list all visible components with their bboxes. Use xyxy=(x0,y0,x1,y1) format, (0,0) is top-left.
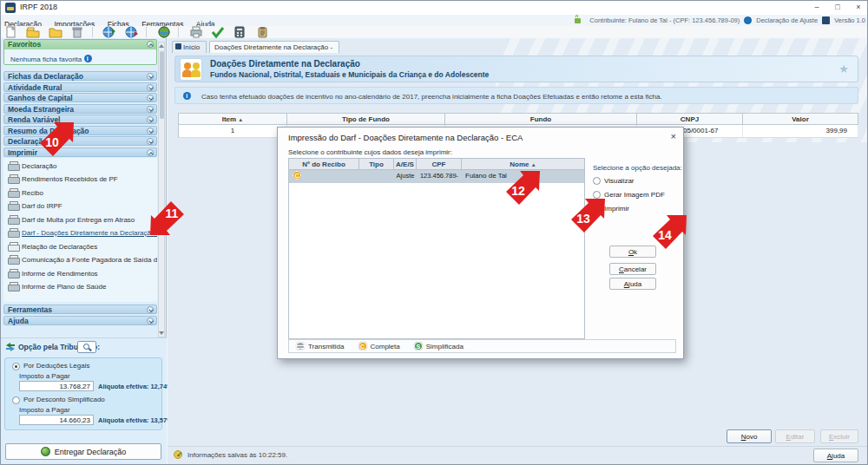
tab-inicio[interactable]: Início xyxy=(172,41,207,53)
novo-button[interactable]: Novo xyxy=(727,429,772,443)
column-header-recibo[interactable]: Nº do Recibo xyxy=(288,158,359,170)
sidebar-section-resumo[interactable]: Resumo da Declaração xyxy=(3,126,157,135)
sidebar-item-darf-doacoes-eca[interactable]: Darf - Doações Diretamente na Declaração… xyxy=(3,227,157,239)
session-status: Contribuinte: Fulano de Tal - (CPF: 123.… xyxy=(575,15,865,26)
aliquota-deducoes: Alíquota efetiva: 12,74% xyxy=(98,383,173,390)
chevron-down-icon[interactable] xyxy=(147,306,154,313)
home-icon xyxy=(175,43,181,49)
sidebar-item-darf-multa[interactable]: Darf de Multa por Entrega em Atraso xyxy=(3,214,157,226)
legend-label: Simplificada xyxy=(426,343,464,350)
sidebar-section-renda-variavel[interactable]: Renda Variável xyxy=(3,115,157,124)
sidebar-item-informe-plano-saude[interactable]: Informe de Plano de Saúde xyxy=(3,281,157,292)
sidebar-section-declaracao[interactable]: Declaração xyxy=(3,136,157,146)
cell-tipo xyxy=(359,170,394,183)
radio-deducoes-legais[interactable] xyxy=(12,363,20,370)
app-icon-detail xyxy=(7,7,14,10)
chevron-down-icon[interactable] xyxy=(147,73,154,80)
column-header-cnpj[interactable]: CNPJ xyxy=(637,113,743,125)
tab-doacoes-eca[interactable]: Doações Diretamente na Declaração - ECA … xyxy=(209,41,339,53)
calculator-icon[interactable] xyxy=(233,26,247,38)
favorite-star-icon[interactable]: ★ xyxy=(838,62,849,75)
column-header-aes[interactable]: A/E/S xyxy=(394,158,417,170)
contributor-row[interactable]: C Ajuste 123.456.789-09 Fulano de Tal xyxy=(288,170,585,183)
sidebar-section-imprimir[interactable]: Imprimir xyxy=(3,147,157,157)
new-declaration-icon[interactable] xyxy=(4,26,19,38)
sidebar-item-declaracao[interactable]: Declaração xyxy=(3,160,157,172)
delete-declaration-icon[interactable] xyxy=(70,26,85,38)
verify-pendencies-icon[interactable] xyxy=(211,26,226,38)
chevron-down-icon[interactable] xyxy=(147,116,154,123)
sidebar-scrollbar[interactable] xyxy=(158,42,165,337)
sidebar-item-relacao-declaracoes[interactable]: Relação de Declarações xyxy=(3,241,157,252)
column-header-fundo[interactable]: Fundo xyxy=(445,113,637,125)
chevron-up-icon[interactable] xyxy=(147,149,154,156)
maximize-button[interactable]: □ xyxy=(827,1,848,14)
sidebar-item-comunicacao-saida-pais[interactable]: Comunicação à Fonte Pagadora de Saída do… xyxy=(3,254,157,265)
search-button[interactable] xyxy=(77,341,96,353)
column-header-valor[interactable]: Valor xyxy=(743,113,858,125)
sidebar-item-informe-rendimentos[interactable]: Informe de Rendimentos xyxy=(3,268,157,279)
title-bar: IRPF 2018 – □ × xyxy=(1,1,868,15)
open-declaration-icon[interactable] xyxy=(26,26,41,38)
chevron-down-icon[interactable] xyxy=(147,138,154,145)
radio-desconto-simplificado[interactable] xyxy=(12,396,20,404)
column-header-tipo-de-fundo[interactable]: Tipo de Fundo xyxy=(287,113,445,125)
sidebar-section-ferramentas[interactable]: Ferramentas xyxy=(3,305,157,314)
sidebar-item-rendimentos-pf[interactable]: Rendimentos Recebidos de PF xyxy=(3,174,157,185)
chevron-down-icon[interactable] xyxy=(147,95,154,102)
report-icon[interactable] xyxy=(255,26,270,38)
chevron-up-icon[interactable] xyxy=(147,41,154,48)
sidebar-section-moeda-estrangeira[interactable]: Moeda Estrangeira xyxy=(3,104,157,114)
window-title: IRPF 2018 xyxy=(20,3,57,11)
chevron-down-icon[interactable] xyxy=(147,84,154,91)
sidebar-section-ganhos-de-capital[interactable]: Ganhos de Capital xyxy=(3,93,157,102)
radio-imprimir[interactable]: Imprimir xyxy=(593,205,681,213)
internet-icon[interactable] xyxy=(157,26,172,38)
column-header-item[interactable]: Item ▲ xyxy=(178,113,287,125)
sidebar-section-ajuda[interactable]: Ajuda xyxy=(3,316,157,325)
scrollbar-thumb[interactable] xyxy=(160,51,164,119)
toolbar-separator xyxy=(178,27,179,37)
toolbar-separator xyxy=(92,27,93,37)
scroll-down-icon[interactable] xyxy=(159,331,164,335)
retrieve-icon[interactable] xyxy=(125,26,140,38)
magnifier-icon xyxy=(82,343,92,352)
sidebar-item-recibo[interactable]: Recibo xyxy=(3,187,157,199)
tributacao-icon xyxy=(5,342,16,352)
excluir-button[interactable]: Excluir xyxy=(820,429,858,443)
entregar-declaracao-button[interactable]: Entregar Declaração xyxy=(5,443,161,460)
minimize-button[interactable]: – xyxy=(806,1,827,14)
versao-status: Versão 1.0 xyxy=(834,16,865,24)
sidebar-section-atividade-rural[interactable]: Atividade Rural xyxy=(3,82,157,92)
print-icon[interactable] xyxy=(189,26,204,38)
cancelar-button[interactable]: Cancelar xyxy=(609,263,656,275)
imposto-deducoes-field[interactable]: 13.768,27 xyxy=(19,381,94,391)
ajuda-button[interactable]: Ajuda xyxy=(813,449,858,462)
column-header-tipo[interactable]: Tipo xyxy=(359,158,394,170)
ajuda-dialog-button[interactable]: Ajuda xyxy=(609,278,656,290)
radio-gerar-imagem-pdf[interactable]: Gerar Imagem PDF xyxy=(593,191,681,200)
dialog-options-panel: Selecione a opção desejada: Visualizar G… xyxy=(593,164,681,213)
scroll-up-icon[interactable] xyxy=(159,44,164,48)
column-header-nome[interactable]: Nome ▲ xyxy=(462,158,585,170)
sidebar-section-fichas-da-declaracao[interactable]: Fichas da Declaração xyxy=(3,71,157,81)
chevron-down-icon[interactable] xyxy=(147,128,154,134)
tipo-declaracao-status: Declaração de Ajuste xyxy=(756,16,818,24)
close-button[interactable]: × xyxy=(848,1,868,14)
sidebar-item-darf-irpf[interactable]: Darf do IRPF xyxy=(3,200,157,212)
toolbar xyxy=(1,26,868,39)
dialog-close-icon[interactable]: × xyxy=(671,131,676,141)
chevron-down-icon[interactable] xyxy=(147,318,154,324)
save-declaration-icon[interactable] xyxy=(49,26,63,38)
dialog-table-body[interactable] xyxy=(288,183,585,339)
radio-visualizar[interactable]: Visualizar xyxy=(593,177,681,186)
imposto-simplificado-field[interactable]: 14.660,23 xyxy=(19,415,94,425)
ok-button[interactable]: Ok xyxy=(609,246,656,258)
chevron-down-icon[interactable] xyxy=(147,106,154,113)
status-text: Informações salvas às 10:22:59. xyxy=(187,451,287,459)
transmit-icon[interactable] xyxy=(102,26,117,38)
favorites-header[interactable]: Favoritos xyxy=(4,40,156,49)
editar-button[interactable]: Editar xyxy=(775,429,815,443)
column-header-cpf[interactable]: CPF xyxy=(417,158,462,170)
children-icon xyxy=(180,58,202,81)
